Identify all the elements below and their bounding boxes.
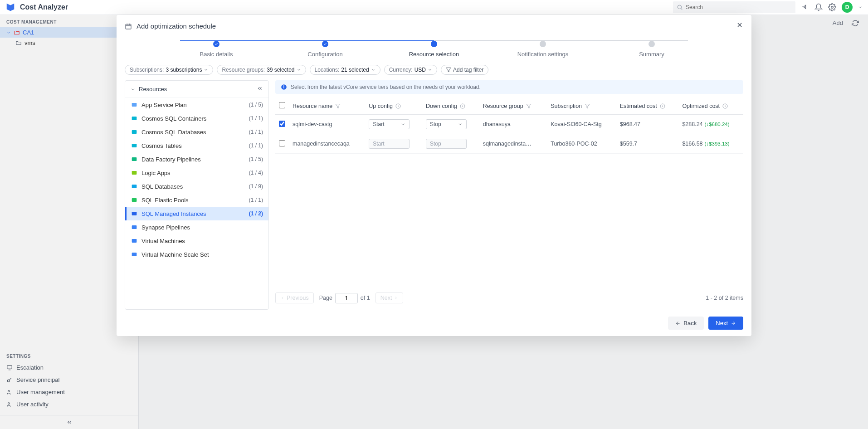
resource-type-item[interactable]: App Service Plan (1 / 5) (125, 98, 268, 112)
announcement-icon[interactable] (801, 3, 809, 11)
search-input[interactable] (686, 4, 792, 10)
filter-resource-groups[interactable]: Resource groups: 39 selected (217, 65, 306, 75)
modal-header: Add optimization schedule (117, 15, 751, 37)
resource-type-item[interactable]: SQL Managed Instances (1 / 2) (125, 207, 268, 220)
resource-type-icon (131, 224, 138, 231)
cell-subscription: Turbo360-POC-02 (547, 134, 616, 154)
app-header: Cost Analyzer D (0, 0, 868, 15)
svg-rect-17 (132, 130, 137, 134)
svg-rect-16 (132, 117, 137, 120)
resource-type-item[interactable]: Synapse Pipelines (125, 220, 268, 234)
resource-type-icon (131, 156, 138, 163)
resource-type-name: SQL Managed Instances (141, 210, 245, 217)
filter-row: Subscriptions: 3 subscriptions Resource … (117, 65, 751, 80)
step-summary[interactable]: Summary (597, 41, 706, 58)
resource-type-item[interactable]: Cosmos SQL Containers (1 / 1) (125, 112, 268, 125)
select-all-checkbox[interactable] (279, 102, 285, 108)
svg-point-2 (831, 6, 834, 9)
resource-type-name: Cosmos Tables (141, 142, 245, 149)
resource-type-item[interactable]: Logic Apps (1 / 4) (125, 166, 268, 180)
info-icon (395, 103, 401, 109)
filter-currency[interactable]: Currency: USD (384, 65, 437, 75)
resource-type-icon (131, 101, 138, 108)
svg-marker-36 (527, 104, 531, 108)
resource-type-item[interactable]: SQL Databases (1 / 9) (125, 180, 268, 193)
resource-type-count: (1 / 1) (249, 197, 263, 203)
info-icon (460, 103, 465, 109)
step-resource-selection[interactable]: Resource selection (380, 41, 488, 58)
resource-type-icon (131, 251, 138, 258)
cell-resource-group: sqlmanagedinstance... (479, 134, 547, 154)
app-logo-icon (5, 2, 15, 12)
resource-type-icon (131, 142, 138, 149)
resource-type-count: (1 / 1) (249, 142, 263, 149)
modal-title: Add optimization schedule (137, 22, 216, 30)
col-resource-group: Resource group (483, 103, 523, 109)
filter-locations[interactable]: Locations: 21 selected (310, 65, 380, 75)
down-config-dropdown[interactable]: Stop (426, 119, 467, 129)
avatar-chevron-icon[interactable] (858, 5, 863, 10)
up-config-dropdown[interactable]: Start (369, 119, 410, 129)
filter-icon[interactable] (585, 103, 590, 109)
chevron-left-icon (280, 296, 285, 300)
svg-point-0 (678, 5, 681, 9)
step-basic-details[interactable]: Basic details (162, 41, 271, 58)
step-notification-settings[interactable]: Notification settings (488, 41, 597, 58)
resource-table-area: i Select from the latest vCore service t… (275, 80, 743, 310)
chevron-down-icon (458, 122, 463, 127)
filter-icon[interactable] (335, 103, 341, 109)
pagination-next[interactable]: Next (375, 292, 404, 303)
search-icon (677, 4, 683, 10)
chevron-down-icon (297, 68, 301, 72)
row-checkbox[interactable] (279, 140, 285, 146)
resource-type-name: Virtual Machines (141, 238, 259, 244)
settings-icon[interactable] (828, 3, 836, 11)
chevron-down-icon[interactable] (131, 87, 135, 92)
resource-type-item[interactable]: Cosmos SQL Databases (1 / 1) (125, 125, 268, 139)
row-checkbox[interactable] (279, 121, 285, 127)
savings-badge: (↓$393.13) (705, 141, 730, 146)
svg-rect-8 (126, 24, 131, 29)
chevron-down-icon (204, 68, 208, 72)
pagination-page-input[interactable] (335, 293, 358, 303)
step-configuration[interactable]: Configuration (271, 41, 380, 58)
pagination-previous[interactable]: Previous (275, 292, 314, 303)
svg-point-35 (463, 105, 463, 105)
resource-sidebar-collapse[interactable] (257, 85, 263, 93)
filter-add-tag[interactable]: Add tag filter (441, 65, 488, 75)
filter-plus-icon (446, 67, 451, 73)
resource-type-item[interactable]: Cosmos Tables (1 / 1) (125, 139, 268, 152)
resource-type-count: (1 / 2) (249, 210, 263, 217)
resource-type-item[interactable]: Virtual Machines (125, 234, 268, 248)
notifications-icon[interactable] (814, 3, 823, 11)
resource-type-item[interactable]: SQL Elastic Pools (1 / 1) (125, 193, 268, 207)
svg-point-40 (663, 105, 663, 105)
modal-body: Resources App Service Plan (1 / 5) Cosmo… (117, 80, 751, 310)
resource-type-name: Data Factory Pipelines (141, 156, 245, 163)
resource-type-item[interactable]: Data Factory Pipelines (1 / 5) (125, 152, 268, 166)
back-button[interactable]: Back (668, 317, 704, 330)
modal-close-button[interactable] (736, 21, 743, 31)
svg-marker-37 (585, 104, 590, 108)
info-icon (722, 103, 728, 109)
resource-type-count: (1 / 1) (249, 129, 263, 135)
resource-type-icon (131, 237, 138, 244)
cell-estimated-cost: $968.47 (616, 115, 679, 134)
resource-type-item[interactable]: Virtual Machine Scale Set (125, 248, 268, 261)
global-search[interactable] (673, 1, 795, 13)
next-button[interactable]: Next (708, 317, 743, 330)
table-row: managedinstancecaqa Start Stop sqlmanage… (275, 134, 743, 154)
chevron-right-icon (394, 296, 398, 300)
svg-rect-23 (132, 212, 137, 215)
svg-line-1 (681, 9, 683, 10)
resource-type-name: Cosmos SQL Containers (141, 115, 245, 122)
arrow-right-icon (731, 321, 736, 326)
filter-subscriptions[interactable]: Subscriptions: 3 subscriptions (125, 65, 213, 75)
resource-type-icon (131, 115, 138, 122)
filter-icon[interactable] (526, 103, 532, 109)
svg-text:i: i (283, 85, 284, 89)
svg-rect-26 (132, 253, 137, 256)
user-avatar[interactable]: D (842, 2, 853, 13)
add-schedule-modal: Add optimization schedule Basic details … (117, 15, 751, 336)
resource-type-icon (131, 196, 138, 204)
